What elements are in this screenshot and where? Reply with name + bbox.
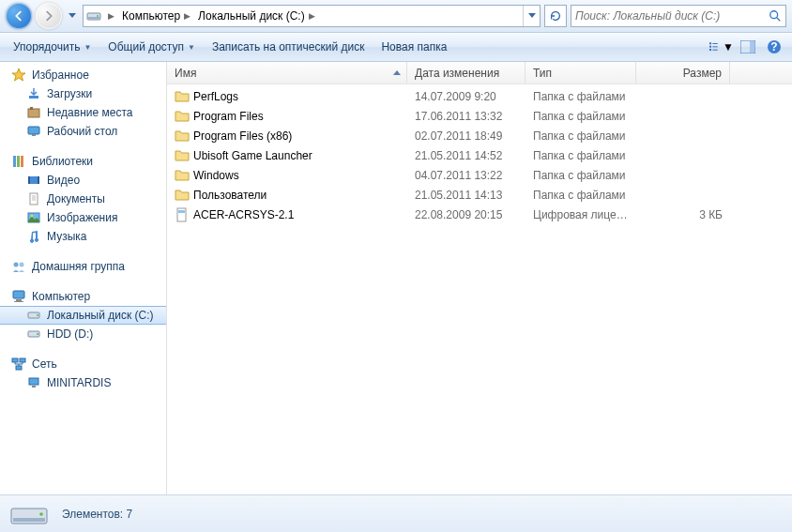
svg-rect-26 bbox=[30, 193, 38, 205]
help-icon: ? bbox=[767, 39, 782, 54]
file-row[interactable]: PerfLogs14.07.2009 9:20Папка с файлами bbox=[167, 86, 792, 106]
sidebar-favorites[interactable]: Избранное bbox=[0, 66, 166, 84]
cell-date: 22.08.2009 20:15 bbox=[407, 208, 525, 221]
help-button[interactable]: ? bbox=[762, 36, 786, 58]
sidebar-libraries[interactable]: Библиотеки bbox=[0, 152, 166, 171]
preview-pane-button[interactable] bbox=[736, 36, 760, 58]
column-headers: Имя Дата изменения Тип Размер bbox=[167, 62, 792, 84]
breadcrumb-drive-label: Локальный диск (C:) bbox=[198, 9, 305, 23]
sidebar-homegroup[interactable]: Домашняя группа bbox=[0, 257, 166, 276]
svg-rect-10 bbox=[712, 50, 717, 51]
refresh-icon bbox=[549, 9, 562, 23]
video-icon bbox=[26, 173, 41, 188]
cell-type: Папка с файлами bbox=[525, 169, 636, 182]
cell-date: 04.07.2011 13:22 bbox=[407, 169, 525, 182]
svg-rect-49 bbox=[13, 518, 45, 522]
refresh-button[interactable] bbox=[544, 5, 567, 27]
star-icon bbox=[11, 68, 26, 83]
svg-rect-15 bbox=[29, 96, 38, 99]
column-type[interactable]: Тип bbox=[525, 62, 636, 84]
pictures-icon bbox=[26, 210, 41, 225]
address-dropdown[interactable] bbox=[523, 6, 540, 26]
organize-button[interactable]: Упорядочить▼ bbox=[6, 36, 99, 58]
sidebar-item-hdd-d[interactable]: HDD (D:) bbox=[0, 325, 166, 343]
svg-point-31 bbox=[31, 215, 34, 218]
sidebar-item-videos[interactable]: Видео bbox=[0, 171, 166, 190]
chevron-down-icon bbox=[528, 13, 536, 19]
breadcrumb-separator-root[interactable]: ▶ bbox=[104, 6, 118, 26]
svg-rect-6 bbox=[709, 46, 711, 48]
back-button[interactable] bbox=[6, 3, 32, 29]
burn-button[interactable]: Записать на оптический диск bbox=[205, 36, 373, 58]
svg-rect-36 bbox=[14, 301, 23, 302]
chevron-down-icon bbox=[69, 13, 76, 19]
cell-type: Цифровая лицен... bbox=[525, 208, 636, 221]
cell-date: 21.05.2011 14:52 bbox=[407, 149, 525, 162]
sidebar-item-minitardis[interactable]: MINITARDIS bbox=[0, 373, 166, 392]
new-folder-button[interactable]: Новая папка bbox=[373, 36, 454, 58]
svg-rect-16 bbox=[28, 109, 39, 117]
svg-point-33 bbox=[20, 263, 24, 267]
search-icon bbox=[769, 9, 782, 23]
column-size[interactable]: Размер bbox=[636, 62, 730, 84]
cell-date: 14.07.2009 9:20 bbox=[407, 90, 525, 103]
svg-point-32 bbox=[14, 263, 19, 267]
file-row[interactable]: Windows04.07.2011 13:22Папка с файлами bbox=[167, 165, 792, 185]
sidebar-computer[interactable]: Компьютер bbox=[0, 287, 166, 306]
sidebar-network[interactable]: Сеть bbox=[0, 355, 166, 373]
sidebar-item-desktop[interactable]: Рабочий стол bbox=[0, 122, 166, 141]
file-row[interactable]: Пользователи21.05.2011 14:13Папка с файл… bbox=[167, 185, 792, 205]
svg-point-3 bbox=[770, 11, 778, 19]
arrow-left-icon bbox=[12, 9, 25, 23]
sidebar-favorites-label: Избранное bbox=[32, 68, 89, 82]
address-bar-region: ▶ Компьютер▶ Локальный диск (C:)▶ bbox=[0, 0, 792, 32]
svg-rect-34 bbox=[13, 291, 24, 298]
column-name[interactable]: Имя bbox=[167, 62, 407, 84]
file-row[interactable]: Program Files17.06.2011 13:32Папка с фай… bbox=[167, 106, 792, 126]
svg-rect-18 bbox=[28, 127, 39, 134]
cell-date: 21.05.2011 14:13 bbox=[407, 189, 525, 202]
view-button[interactable]: ▼ bbox=[709, 36, 734, 58]
sidebar-item-downloads[interactable]: Загрузки bbox=[0, 84, 166, 103]
music-icon bbox=[26, 229, 41, 244]
computer-icon bbox=[11, 289, 26, 304]
history-dropdown[interactable] bbox=[66, 13, 79, 19]
navigation-pane: Избранное Загрузки Недавние места Рабочи… bbox=[0, 62, 167, 494]
sidebar-item-recent[interactable]: Недавние места bbox=[0, 103, 166, 122]
drive-large-icon bbox=[9, 499, 49, 529]
svg-rect-19 bbox=[32, 134, 36, 136]
sidebar-item-pictures[interactable]: Изображения bbox=[0, 208, 166, 227]
svg-point-2 bbox=[97, 15, 99, 17]
sidebar-item-music[interactable]: Музыка bbox=[0, 227, 166, 246]
search-input[interactable] bbox=[575, 9, 769, 23]
forward-button[interactable] bbox=[36, 3, 62, 29]
downloads-icon bbox=[26, 86, 41, 101]
svg-rect-21 bbox=[17, 156, 20, 167]
sidebar-item-local-disk-c[interactable]: Локальный диск (C:) bbox=[0, 306, 166, 325]
drive-icon bbox=[26, 308, 41, 323]
file-row[interactable]: ACER-ACRSYS-2.122.08.2009 20:15Цифровая … bbox=[167, 205, 792, 224]
file-row[interactable]: Program Files (x86)02.07.2011 18:49Папка… bbox=[167, 126, 792, 145]
cell-name: Пользователи bbox=[167, 188, 407, 203]
column-date[interactable]: Дата изменения bbox=[407, 62, 525, 84]
breadcrumb-computer[interactable]: Компьютер▶ bbox=[118, 6, 194, 26]
arrow-right-icon bbox=[42, 9, 55, 23]
svg-rect-5 bbox=[709, 42, 711, 44]
cell-type: Папка с файлами bbox=[525, 129, 636, 143]
address-bar[interactable]: ▶ Компьютер▶ Локальный диск (C:)▶ bbox=[83, 5, 541, 27]
file-list-region: Имя Дата изменения Тип Размер PerfLogs14… bbox=[167, 62, 792, 494]
cell-name: PerfLogs bbox=[167, 89, 407, 104]
share-button[interactable]: Общий доступ▼ bbox=[100, 36, 203, 58]
svg-rect-41 bbox=[12, 358, 18, 362]
cell-type: Папка с файлами bbox=[525, 149, 636, 162]
svg-rect-43 bbox=[16, 366, 22, 370]
breadcrumb-drive[interactable]: Локальный диск (C:)▶ bbox=[194, 6, 319, 26]
svg-rect-7 bbox=[709, 49, 711, 51]
svg-rect-47 bbox=[178, 210, 185, 213]
details-pane: Элементов: 7 bbox=[0, 494, 792, 532]
file-row[interactable]: Ubisoft Game Launcher21.05.2011 14:52Пап… bbox=[167, 145, 792, 165]
search-box[interactable] bbox=[571, 5, 786, 27]
command-bar: Упорядочить▼ Общий доступ▼ Записать на о… bbox=[0, 32, 792, 62]
sidebar-item-documents[interactable]: Документы bbox=[0, 190, 166, 208]
svg-rect-42 bbox=[20, 358, 25, 362]
